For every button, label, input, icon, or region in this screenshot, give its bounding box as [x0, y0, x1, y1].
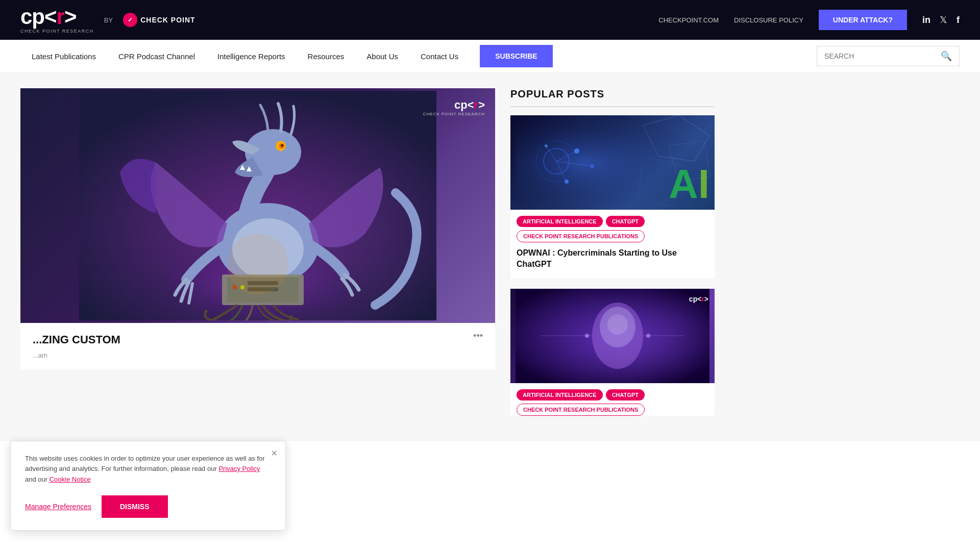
cookie-banner: × This website uses cookies in order to … [10, 441, 286, 531]
post-image-1: AI [510, 115, 715, 210]
manage-preferences-button[interactable]: Manage Preferences [25, 503, 91, 511]
tag-chatgpt-1[interactable]: CHATGPT [606, 216, 645, 227]
checkpoint-icon: ✓ [123, 13, 137, 27]
sidebar: POPULAR POSTS AI [510, 88, 715, 426]
facebook-icon[interactable] [957, 15, 960, 26]
disclosure-policy-link[interactable]: DISCLOSURE POLICY [734, 16, 803, 24]
linkedin-icon[interactable] [922, 15, 930, 26]
top-bar-right: CHECKPOINT.COM DISCLOSURE POLICY UNDER A… [658, 10, 960, 30]
svg-point-39 [607, 314, 628, 335]
cpr-logo[interactable]: cp<r> CHECK POINT RESEARCH [20, 6, 94, 34]
post-image-svg-2 [510, 289, 715, 383]
featured-image: cp<r> CHECK POINT RESEARCH [20, 88, 495, 323]
main-content: cp<r> CHECK POINT RESEARCH ••• ...ZING C… [0, 73, 980, 441]
featured-section: cp<r> CHECK POINT RESEARCH ••• ...ZING C… [20, 88, 495, 426]
checkpoint-logo[interactable]: ✓ CHECK POINT [123, 13, 195, 27]
cpr-watermark: cp<r> CHECK POINT RESEARCH [423, 98, 485, 116]
nav-resources[interactable]: Resources [297, 40, 356, 73]
search-input[interactable] [824, 52, 941, 60]
search-button[interactable]: 🔍 [941, 51, 952, 62]
svg-point-9 [281, 144, 283, 146]
cookie-notice-link[interactable]: Cookie Notice [50, 475, 91, 483]
post-tags-1: ARTIFICIAL INTELLIGENCE CHATGPT CHECK PO… [510, 210, 715, 242]
cpr-logo-main: cp<r> [20, 6, 76, 28]
checkpoint-com-link[interactable]: CHECKPOINT.COM [658, 16, 719, 24]
article-meta: ...am [33, 352, 483, 359]
cpr-watermark-logo: cp<r> [423, 98, 485, 112]
tag-cpr-2[interactable]: CHECK POINT RESEARCH PUBLICATIONS [517, 404, 645, 416]
nav-about-us[interactable]: About Us [355, 40, 409, 73]
post-tags-2: ARTIFICIAL INTELLIGENCE CHATGPT CHECK PO… [510, 383, 715, 416]
cpr-small-watermark-2: cp<r> [689, 295, 708, 303]
svg-point-38 [646, 334, 650, 338]
popular-post-card-2[interactable]: cp<r> [510, 289, 715, 416]
post-image-2: cp<r> [510, 289, 715, 383]
svg-point-16 [227, 234, 288, 295]
popular-post-card[interactable]: AI [510, 115, 715, 279]
tag-chatgpt-2[interactable]: CHATGPT [606, 389, 645, 400]
tag-cpr-1[interactable]: CHECK POINT RESEARCH PUBLICATIONS [517, 230, 645, 242]
search-box: 🔍 [817, 46, 960, 66]
svg-point-37 [585, 334, 589, 338]
nav-contact-us[interactable]: Contact Us [409, 40, 470, 73]
cookie-text: This website uses cookies in order to op… [25, 454, 271, 485]
popular-posts-title: POPULAR POSTS [510, 88, 715, 107]
dragon-svg [79, 91, 436, 320]
logo-area: cp<r> CHECK POINT RESEARCH BY ✓ CHECK PO… [20, 6, 195, 34]
tag-ai-1[interactable]: ARTIFICIAL INTELLIGENCE [517, 216, 603, 227]
nav-latest-publications[interactable]: Latest Publications [20, 40, 107, 73]
cookie-buttons: Manage Preferences DISMISS [25, 495, 271, 518]
featured-content: ••• ...ZING CUSTOM ...am [20, 323, 495, 369]
cookie-close-button[interactable]: × [271, 447, 277, 459]
top-bar: cp<r> CHECK POINT RESEARCH BY ✓ CHECK PO… [0, 0, 980, 40]
privacy-policy-link[interactable]: Privacy Policy [218, 465, 260, 472]
nav-cpr-podcast[interactable]: CPR Podcast Channel [107, 40, 206, 73]
twitter-icon[interactable] [940, 14, 947, 26]
article-title: ...ZING CUSTOM [33, 333, 483, 346]
ai-decoration: AI [669, 164, 709, 205]
cpr-logo-subtitle: CHECK POINT RESEARCH [20, 29, 94, 34]
nav-intelligence-reports[interactable]: Intelligence Reports [206, 40, 297, 73]
subscribe-button[interactable]: SUBSCRIBE [480, 45, 552, 67]
more-options-button[interactable]: ••• [473, 331, 483, 341]
cpr-watermark-subtitle: CHECK POINT RESEARCH [423, 112, 485, 116]
social-icons [922, 14, 960, 26]
tag-ai-2[interactable]: ARTIFICIAL INTELLIGENCE [517, 389, 603, 400]
dismiss-button[interactable]: DISMISS [102, 495, 168, 518]
post-title-1[interactable]: OPWNAI : Cybercriminals Starting to Use … [510, 242, 715, 279]
under-attack-button[interactable]: UNDER ATTACK? [819, 10, 907, 30]
checkpoint-text: CHECK POINT [140, 16, 195, 24]
nav-bar: Latest Publications CPR Podcast Channel … [0, 40, 980, 73]
by-label: BY [104, 16, 113, 24]
